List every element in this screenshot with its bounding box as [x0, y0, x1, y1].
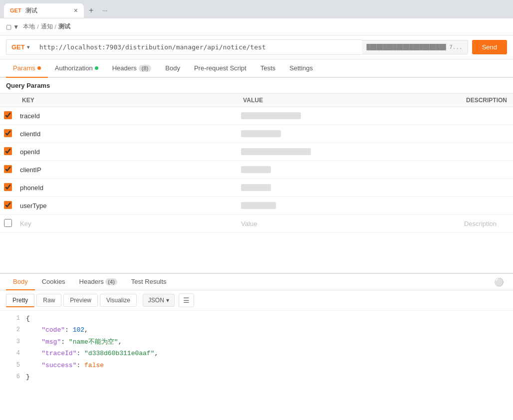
bottom-tab-body[interactable]: Body: [6, 274, 35, 290]
tab-body[interactable]: Body: [158, 59, 187, 78]
placeholder-checkbox[interactable]: [4, 219, 12, 227]
row-key-4: phoneId: [16, 179, 237, 197]
row-checkbox-5[interactable]: [4, 201, 12, 209]
row-desc-3: [460, 161, 513, 179]
row-key-3: clientIP: [16, 161, 237, 179]
response-tabs: Body Cookies Headers (4) Test Results ⚪: [0, 274, 513, 290]
preview-button[interactable]: Preview: [63, 294, 98, 307]
table-row: clientIP█ 7 █: [0, 161, 513, 179]
row-value-3: █ 7 █: [237, 161, 460, 179]
table-row: clientIdf█ █ :: [0, 125, 513, 143]
row-checkbox-2[interactable]: [4, 147, 12, 155]
col-value: VALUE: [237, 94, 460, 107]
row-checkbox-0[interactable]: [4, 111, 12, 119]
format-select[interactable]: JSON ▾: [143, 294, 175, 307]
send-button[interactable]: Send: [472, 40, 507, 54]
pretty-button[interactable]: Pretty: [6, 294, 34, 307]
request-bar: GET ▾ ████████████████████████ 7... Send: [0, 35, 513, 59]
new-tab-button[interactable]: +: [84, 3, 98, 18]
response-toolbar: Pretty Raw Preview Visualize JSON ▾ ☰: [0, 290, 513, 311]
params-dot: [37, 66, 41, 70]
row-checkbox-4[interactable]: [4, 183, 12, 191]
json-line-5: 5 "success": false: [0, 360, 513, 371]
row-desc-5: [460, 197, 513, 215]
active-tab[interactable]: GET 测试 ×: [4, 3, 84, 18]
row-value-2: █ █ 34 █: [237, 143, 460, 161]
json-line-3: 3 "msg": "name不能为空",: [0, 336, 513, 348]
row-key-2: openId: [16, 143, 237, 161]
row-desc-2: [460, 143, 513, 161]
row-key-1: clientId: [16, 125, 237, 143]
col-check: [0, 94, 16, 107]
row-desc-4: [460, 179, 513, 197]
method-label: GET: [11, 43, 25, 51]
bottom-tab-cookies[interactable]: Cookies: [35, 274, 72, 290]
authorization-dot: [95, 66, 98, 70]
tab-tests[interactable]: Tests: [254, 59, 282, 78]
placeholder-row: KeyValueDescription: [0, 215, 513, 233]
url-bar-extra: ████████████████████████ 7...: [362, 40, 468, 54]
tab-more-button[interactable]: ···: [98, 4, 111, 17]
table-row: openId█ █ 34 █: [0, 143, 513, 161]
breadcrumb-item-1: 本地: [23, 22, 35, 31]
row-value-1: f█ █ :: [237, 125, 460, 143]
tab-settings[interactable]: Settings: [282, 59, 320, 78]
tab-close-button[interactable]: ×: [74, 6, 78, 14]
request-tabs: Params Authorization Headers (8) Body Pr…: [0, 59, 513, 78]
wrap-button[interactable]: ☰: [179, 293, 194, 307]
bottom-tab-test-results[interactable]: Test Results: [124, 274, 174, 290]
row-key-5: userType: [16, 197, 237, 215]
table-row: phoneId█ 7 █: [0, 179, 513, 197]
breadcrumb-item-3: 测试: [58, 22, 70, 31]
json-viewer: 1 { 2 "code": 102, 3 "msg": "name不能为空", …: [0, 311, 513, 385]
row-checkbox-3[interactable]: [4, 165, 12, 173]
breadcrumb: 本地 / 通知 / 测试: [23, 22, 70, 31]
breadcrumb-item-2: 通知: [41, 22, 53, 31]
params-table: KEY VALUE DESCRIPTION traceIdc████████cl…: [0, 93, 513, 233]
row-key-0: traceId: [16, 107, 237, 125]
json-line-4: 4 "traceId": "d338d60b311e0aaf",: [0, 348, 513, 359]
globe-icon[interactable]: ⚪: [491, 274, 507, 290]
tab-prerequest[interactable]: Pre-request Script: [187, 59, 254, 78]
url-input[interactable]: [34, 39, 362, 55]
tab-params[interactable]: Params: [6, 59, 48, 78]
headers-badge: (8): [139, 65, 151, 72]
tab-headers[interactable]: Headers (8): [105, 59, 159, 78]
method-select[interactable]: GET ▾: [6, 39, 34, 55]
method-dropdown-icon: ▾: [27, 44, 29, 50]
row-value-5: █ █ █: [237, 197, 460, 215]
bottom-tab-headers[interactable]: Headers (4): [72, 274, 124, 290]
row-desc-0: [460, 107, 513, 125]
visualize-button[interactable]: Visualize: [100, 294, 137, 307]
col-key: KEY: [16, 94, 237, 107]
json-line-6: 6 }: [0, 371, 513, 383]
col-description: DESCRIPTION: [460, 94, 513, 107]
row-value-0: c████████: [237, 107, 460, 125]
tab-title: 测试: [25, 6, 37, 15]
raw-button[interactable]: Raw: [36, 294, 61, 307]
table-row: userType█ █ █: [0, 197, 513, 215]
row-value-4: █ 7 █: [237, 179, 460, 197]
tab-authorization[interactable]: Authorization: [48, 59, 105, 78]
nav-icon[interactable]: ▢ ▼: [6, 23, 19, 30]
tab-method: GET: [10, 7, 21, 13]
json-line-2: 2 "code": 102,: [0, 324, 513, 336]
json-line-1: 1 {: [0, 313, 513, 324]
query-params-label: Query Params: [0, 78, 513, 93]
row-desc-1: [460, 125, 513, 143]
bottom-panel: Body Cookies Headers (4) Test Results ⚪ …: [0, 273, 513, 385]
row-checkbox-1[interactable]: [4, 129, 12, 137]
table-row: traceIdc████████: [0, 107, 513, 125]
